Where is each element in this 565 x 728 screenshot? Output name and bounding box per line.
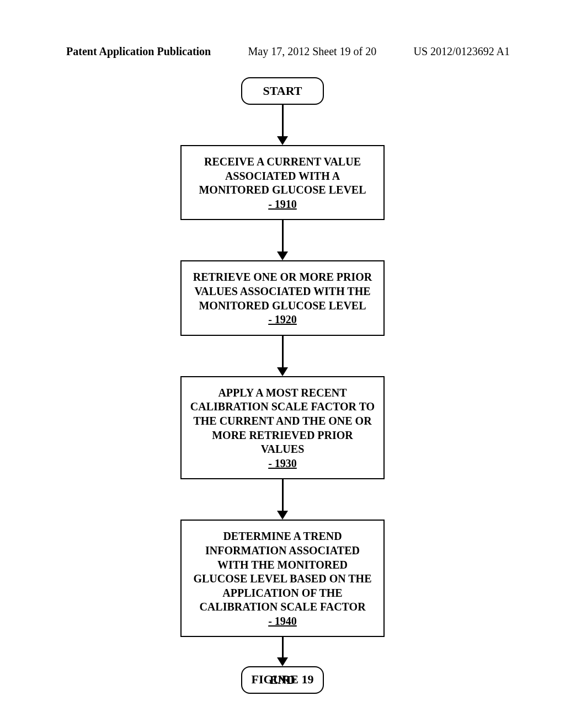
arrow-head-icon: [277, 511, 288, 520]
step-ref: - 1930: [189, 457, 376, 471]
header: Patent Application Publication May 17, 2…: [66, 45, 510, 58]
flowchart: START RECEIVE A CURRENT VALUE ASSOCIATED…: [180, 77, 385, 694]
arrow-head-icon: [277, 251, 288, 260]
step-text: DETERMINE A TREND INFORMATION ASSOCIATED…: [189, 529, 376, 614]
arrow-head-icon: [277, 367, 288, 376]
arrow-line: [282, 220, 284, 252]
step-text: APPLY A MOST RECENT CALIBRATION SCALE FA…: [189, 386, 376, 457]
page: Patent Application Publication May 17, 2…: [0, 0, 565, 728]
figure-label: FIGURE 19: [251, 672, 313, 687]
step-ref: - 1940: [189, 614, 376, 629]
step-text: RECEIVE A CURRENT VALUE ASSOCIATED WITH …: [189, 155, 376, 197]
arrow-line: [282, 336, 284, 368]
step-1920: RETRIEVE ONE OR MORE PRIOR VALUES ASSOCI…: [180, 260, 385, 335]
start-terminator: START: [241, 77, 324, 105]
arrow-2: [277, 220, 288, 260]
arrow-head-icon: [277, 657, 288, 666]
arrow-5: [277, 637, 288, 666]
step-ref: - 1910: [189, 197, 376, 212]
arrow-line: [282, 637, 284, 658]
step-ref: - 1920: [189, 313, 376, 327]
arrow-line: [282, 479, 284, 511]
arrow-line: [282, 105, 284, 137]
arrow-1: [277, 105, 288, 145]
arrow-3: [277, 336, 288, 376]
header-doc-number: US 2012/0123692 A1: [414, 45, 510, 58]
header-date-sheet: May 17, 2012 Sheet 19 of 20: [248, 45, 377, 58]
arrow-4: [277, 479, 288, 520]
header-publication: Patent Application Publication: [66, 45, 211, 58]
step-1930: APPLY A MOST RECENT CALIBRATION SCALE FA…: [180, 376, 385, 480]
step-1910: RECEIVE A CURRENT VALUE ASSOCIATED WITH …: [180, 145, 385, 220]
step-text: RETRIEVE ONE OR MORE PRIOR VALUES ASSOCI…: [189, 270, 376, 313]
arrow-head-icon: [277, 136, 288, 145]
step-1940: DETERMINE A TREND INFORMATION ASSOCIATED…: [180, 520, 385, 637]
